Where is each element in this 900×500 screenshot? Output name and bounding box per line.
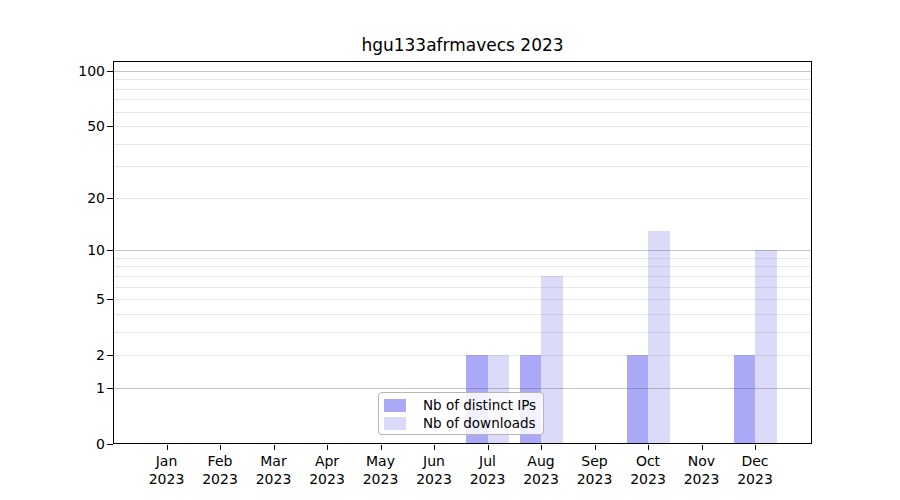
gridline-minor-4 <box>114 314 811 315</box>
x-tick-label-sep: Sep2023 <box>563 452 627 488</box>
x-tick-month: Sep <box>563 452 627 470</box>
x-tick-apr <box>327 445 328 450</box>
x-tick-month: Jan <box>135 452 199 470</box>
x-tick-year: 2023 <box>188 470 252 488</box>
y-tick-2 <box>107 355 113 356</box>
legend-label-downloads: Nb of downloads <box>423 415 536 432</box>
gridline-major-100 <box>114 71 811 72</box>
plot-area <box>113 61 812 444</box>
x-tick-month: Aug <box>509 452 573 470</box>
x-tick-label-dec: Dec2023 <box>723 452 787 488</box>
x-tick-year: 2023 <box>456 470 520 488</box>
x-tick-month: Jul <box>456 452 520 470</box>
x-tick-dec <box>755 445 756 450</box>
y-tick-50 <box>107 126 113 127</box>
x-tick-label-apr: Apr2023 <box>295 452 359 488</box>
gridline-minor-60 <box>114 112 811 113</box>
y-tick-label-10: 10 <box>35 242 105 258</box>
gridline-major-10 <box>114 250 811 251</box>
bar-nb-of-downloads-aug <box>541 276 563 444</box>
x-tick-label-oct: Oct2023 <box>616 452 680 488</box>
gridline-minor-40 <box>114 144 811 145</box>
x-tick-year: 2023 <box>670 470 734 488</box>
x-tick-mar <box>274 445 275 450</box>
y-tick-100 <box>107 71 113 72</box>
x-tick-label-jan: Jan2023 <box>135 452 199 488</box>
x-tick-month: May <box>349 452 413 470</box>
y-tick-label-1: 1 <box>35 380 105 396</box>
legend-item-distinct-ips: Nb of distinct IPs <box>384 397 543 414</box>
gridline-minor-30 <box>114 166 811 167</box>
gridline-minor-20 <box>114 198 811 199</box>
x-tick-jul <box>488 445 489 450</box>
x-tick-feb <box>220 445 221 450</box>
x-tick-year: 2023 <box>723 470 787 488</box>
x-tick-month: Nov <box>670 452 734 470</box>
y-tick-0 <box>107 444 113 445</box>
bar-nb-of-distinct-ips-dec <box>734 355 756 444</box>
gridline-minor-90 <box>114 79 811 80</box>
legend: Nb of distinct IPs Nb of downloads <box>378 392 544 435</box>
gridline-minor-2 <box>114 355 811 356</box>
y-tick-label-20: 20 <box>35 190 105 206</box>
x-tick-may <box>381 445 382 450</box>
bar-nb-of-distinct-ips-oct <box>627 355 649 444</box>
y-tick-label-100: 100 <box>35 63 105 79</box>
gridline-minor-8 <box>114 266 811 267</box>
x-tick-year: 2023 <box>349 470 413 488</box>
gridline-minor-9 <box>114 258 811 259</box>
legend-swatch-distinct-ips <box>384 399 406 412</box>
gridline-minor-50 <box>114 126 811 127</box>
x-tick-month: Dec <box>723 452 787 470</box>
x-tick-month: Feb <box>188 452 252 470</box>
x-tick-label-aug: Aug2023 <box>509 452 573 488</box>
x-tick-label-mar: Mar2023 <box>242 452 306 488</box>
gridline-major-1 <box>114 388 811 389</box>
y-tick-20 <box>107 198 113 199</box>
x-tick-label-feb: Feb2023 <box>188 452 252 488</box>
x-tick-year: 2023 <box>509 470 573 488</box>
legend-swatch-downloads <box>384 417 406 430</box>
x-tick-label-nov: Nov2023 <box>670 452 734 488</box>
x-tick-year: 2023 <box>295 470 359 488</box>
gridline-minor-3 <box>114 332 811 333</box>
y-tick-label-5: 5 <box>35 291 105 307</box>
x-tick-month: Mar <box>242 452 306 470</box>
bar-nb-of-downloads-oct <box>648 231 670 444</box>
legend-label-distinct-ips: Nb of distinct IPs <box>423 397 536 414</box>
y-tick-label-2: 2 <box>35 347 105 363</box>
x-tick-label-jul: Jul2023 <box>456 452 520 488</box>
x-tick-oct <box>648 445 649 450</box>
x-tick-month: Apr <box>295 452 359 470</box>
legend-item-downloads: Nb of downloads <box>384 415 543 432</box>
x-tick-month: Oct <box>616 452 680 470</box>
x-tick-label-may: May2023 <box>349 452 413 488</box>
x-tick-year: 2023 <box>402 470 466 488</box>
x-tick-year: 2023 <box>616 470 680 488</box>
x-tick-jun <box>434 445 435 450</box>
x-tick-aug <box>541 445 542 450</box>
gridline-minor-70 <box>114 99 811 100</box>
x-tick-jan <box>167 445 168 450</box>
y-tick-5 <box>107 299 113 300</box>
x-tick-year: 2023 <box>563 470 627 488</box>
x-tick-year: 2023 <box>242 470 306 488</box>
y-tick-1 <box>107 388 113 389</box>
gridline-minor-5 <box>114 299 811 300</box>
gridline-minor-6 <box>114 287 811 288</box>
x-tick-sep <box>595 445 596 450</box>
y-tick-10 <box>107 250 113 251</box>
bar-nb-of-downloads-dec <box>755 250 777 444</box>
y-tick-label-0: 0 <box>35 436 105 452</box>
x-tick-year: 2023 <box>135 470 199 488</box>
gridline-minor-7 <box>114 276 811 277</box>
x-tick-month: Jun <box>402 452 466 470</box>
chart-figure: hgu133afrmavecs 2023 0125102050100Jan202… <box>0 0 900 500</box>
chart-title: hgu133afrmavecs 2023 <box>113 35 812 55</box>
x-tick-nov <box>702 445 703 450</box>
y-tick-label-50: 50 <box>35 118 105 134</box>
x-tick-label-jun: Jun2023 <box>402 452 466 488</box>
gridline-minor-80 <box>114 89 811 90</box>
